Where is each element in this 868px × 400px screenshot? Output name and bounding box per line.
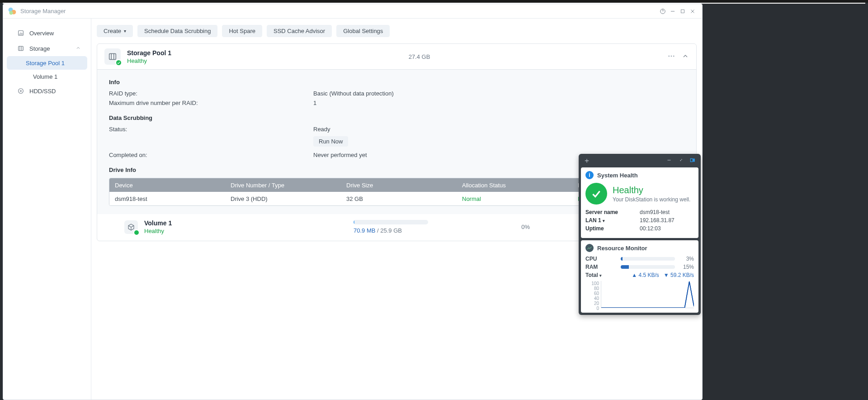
more-button[interactable]	[667, 52, 675, 62]
info-value: dsm918-test	[640, 209, 694, 215]
sidebar-item-storage[interactable]: Storage	[7, 41, 87, 56]
svg-point-20	[673, 55, 675, 57]
volume-name: Volume 1	[144, 219, 172, 227]
arrow-up-icon: ▲	[632, 272, 637, 278]
info-key: LAN 1 ▾	[585, 217, 640, 224]
info-section-title: Info	[109, 79, 684, 86]
button-label: Schedule Data Scrubbing	[144, 28, 211, 34]
check-icon	[585, 183, 607, 205]
ssd-cache-advisor-button[interactable]: SSD Cache Advisor	[267, 25, 332, 37]
health-subtitle: Your DiskStation is working well.	[613, 196, 690, 203]
status-ok-badge	[133, 229, 140, 236]
panel-header: Storage Pool 1 Healthy 27.4 GB	[97, 44, 696, 69]
svg-point-2	[9, 11, 13, 14]
td-drive-size: 32 GB	[341, 195, 457, 202]
ram-row: RAM 15%	[585, 264, 694, 270]
system-health-card: i System Health Healthy Your DiskStation…	[581, 167, 698, 238]
chart-plot	[601, 281, 694, 308]
sidebar-item-hdd-ssd[interactable]: HDD/SSD	[7, 83, 87, 99]
minimize-button[interactable]	[668, 6, 678, 16]
sidebar-item-storage-pool-1[interactable]: Storage Pool 1	[7, 56, 87, 70]
kv-value: 1	[313, 100, 684, 106]
sidebar-item-label: Storage Pool 1	[26, 60, 65, 67]
td-allocation: Normal	[457, 195, 572, 202]
health-status-row: Healthy Your DiskStation is working well…	[585, 183, 694, 205]
app-icon	[8, 7, 17, 16]
global-settings-button[interactable]: Global Settings	[336, 25, 390, 37]
th-allocation: Allocation Status	[457, 182, 572, 189]
button-label: Hot Spare	[229, 28, 255, 34]
maximize-button[interactable]	[678, 6, 688, 16]
monitor-icon	[585, 244, 594, 252]
kv-key: Completed on:	[109, 152, 313, 158]
toolbar: Create ▾ Schedule Data Scrubbing Hot Spa…	[97, 25, 697, 37]
cpu-bar	[621, 257, 675, 261]
scrub-status-row: Status: Ready	[109, 126, 684, 133]
net-up: ▲ 4.5 KB/s	[632, 272, 659, 278]
create-button[interactable]: Create ▾	[97, 25, 133, 37]
raid-type-row: RAID type: Basic (Without data protectio…	[109, 90, 684, 97]
server-name-row: Server name dsm918-test	[585, 209, 694, 215]
svg-point-13	[19, 89, 24, 94]
button-label: SSD Cache Advisor	[274, 28, 325, 34]
button-label: Create	[104, 28, 121, 34]
network-row[interactable]: Total ▾ ▲ 4.5 KB/s ▼ 59.2 KB/s	[585, 272, 694, 278]
window-title: Storage Manager	[20, 8, 66, 14]
widget-minimize-button[interactable]	[665, 157, 674, 164]
window-titlebar: Storage Manager	[3, 4, 702, 19]
usage-percent: 0%	[503, 224, 530, 230]
network-chart: 100806040200	[585, 281, 694, 308]
rm-key: RAM	[585, 264, 617, 270]
th-device: Device	[109, 182, 225, 189]
td-device: dsm918-test	[109, 195, 225, 202]
sidebar-item-label: Overview	[29, 30, 54, 37]
info-icon: i	[585, 171, 594, 179]
cpu-row: CPU 3%	[585, 256, 694, 262]
help-button[interactable]	[658, 6, 668, 16]
svg-point-4	[663, 12, 663, 13]
schedule-scrubbing-button[interactable]: Schedule Data Scrubbing	[137, 25, 217, 37]
widget-pin-button[interactable]	[676, 157, 685, 164]
svg-rect-10	[19, 46, 24, 50]
widget-panel: ＋ i System Health Healthy Your DiskStati…	[579, 154, 701, 315]
collapse-button[interactable]	[682, 52, 689, 61]
rm-key: CPU	[585, 256, 617, 262]
sidebar-item-volume-1[interactable]: Volume 1	[7, 70, 87, 83]
max-drive-row: Maximum drive number per RAID: 1	[109, 100, 684, 106]
caret-down-icon: ▾	[599, 273, 602, 278]
volume-icon	[124, 220, 138, 234]
volume-titles: Volume 1 Healthy	[144, 219, 172, 234]
chevron-up-icon	[75, 45, 81, 52]
volume-status: Healthy	[144, 228, 172, 234]
rm-key: Total ▾	[585, 272, 617, 278]
uptime-row: Uptime 00:12:03	[585, 225, 694, 232]
sidebar-item-overview[interactable]: Overview	[7, 25, 87, 41]
hot-spare-button[interactable]: Hot Spare	[222, 25, 262, 37]
sidebar-item-label: Volume 1	[33, 73, 57, 80]
info-key: Server name	[585, 209, 640, 215]
caret-down-icon: ▾	[124, 29, 126, 33]
kv-key: RAID type:	[109, 90, 313, 97]
usage-sep: /	[375, 227, 380, 234]
th-drive-size: Drive Size	[341, 182, 457, 189]
widget-expand-button[interactable]	[688, 157, 697, 165]
lan-row[interactable]: LAN 1 ▾ 192.168.31.87	[585, 217, 694, 224]
svg-point-18	[668, 55, 670, 57]
sidebar-item-label: Storage	[29, 45, 50, 52]
info-value: 192.168.31.87	[640, 217, 694, 224]
health-title: Healthy	[613, 185, 690, 195]
run-now-button[interactable]: Run Now	[313, 136, 348, 147]
close-button[interactable]	[688, 6, 698, 16]
sidebar-item-label: HDD/SSD	[29, 88, 56, 95]
usage-total: 25.9 GB	[380, 227, 402, 234]
scrubbing-section-title: Data Scrubbing	[109, 114, 684, 121]
svg-rect-23	[690, 158, 693, 162]
widget-add-button[interactable]: ＋	[582, 156, 591, 166]
svg-rect-22	[693, 158, 695, 162]
resource-monitor-card: Resource Monitor CPU 3% RAM 15% Total ▾ …	[581, 240, 698, 313]
info-value: 00:12:03	[640, 225, 694, 232]
hdd-icon	[17, 87, 25, 95]
run-now-row: Run Now	[109, 135, 684, 149]
net-down: ▼ 59.2 KB/s	[664, 272, 694, 278]
storage-pool-icon	[104, 48, 121, 65]
